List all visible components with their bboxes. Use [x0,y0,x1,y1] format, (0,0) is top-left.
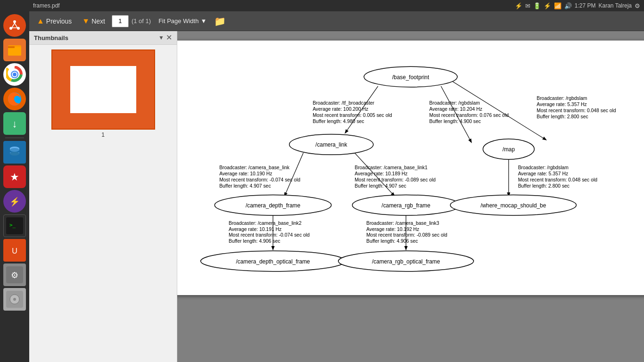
diagram-svg: /base_footprint Broadcaster: /tf_broadca… [182,50,639,286]
page-count: (1 of 1) [132,17,151,25]
window-title: frames.pdf [33,2,511,9]
svg-text:Broadcaster: /camera_base_link: Broadcaster: /camera_base_link [219,165,290,170]
sidebar: Thumbnails ▼ ✕ 1 [29,31,177,362]
svg-text:Average rate: 10.204 Hz: Average rate: 10.204 Hz [429,107,482,112]
bluetooth-icon: ⚡ [544,2,551,9]
svg-text:Most recent transform: -0.074 : Most recent transform: -0.074 sec old [219,177,300,182]
previous-button[interactable]: ▲ Previous [33,15,75,27]
svg-text:Buffer length: 4.980 sec: Buffer length: 4.980 sec [313,119,364,124]
svg-text:Average rate: 5.357 Hz: Average rate: 5.357 Hz [537,102,587,107]
svg-text:/camera_rgb_optical_frame: /camera_rgb_optical_frame [372,258,440,265]
clock: 1:27 PM [575,2,596,9]
svg-text:>_: >_ [9,222,16,228]
system-tray: ⚡ ✉ 🔋 ⚡ 📶 🔊 1:27 PM Karan Talreja ⚙ [515,2,640,9]
wifi-icon: 📶 [554,2,561,9]
pdf-viewer[interactable]: /base_footprint Broadcaster: /tf_broadca… [177,31,644,362]
sidebar-controls: ▼ ✕ [158,34,172,41]
settings-icon[interactable]: ⚙ [635,2,640,9]
dock-separator [5,138,24,138]
svg-text:U: U [12,247,17,255]
pdf-page: /base_footprint Broadcaster: /tf_broadca… [177,41,644,295]
svg-line-54 [285,153,304,196]
thumbnail-preview [70,66,136,113]
next-button[interactable]: ▼ Next [78,15,109,27]
svg-text:/map: /map [503,146,515,153]
downloader-icon[interactable]: ↓ [3,112,26,135]
ubuntu-icon[interactable] [3,14,26,37]
svg-text:Broadcaster: /rgbdslam: Broadcaster: /rgbdslam [518,165,569,170]
fit-label: Fit Page Width [158,17,198,25]
svg-text:Broadcaster: /camera_base_link: Broadcaster: /camera_base_link3 [366,221,439,226]
firefox-icon[interactable] [3,88,26,110]
svg-text:Most recent transform: -0.074 : Most recent transform: -0.074 sec old [229,232,310,238]
cdrom-icon[interactable] [3,288,26,311]
svg-text:★: ★ [10,171,19,183]
svg-point-10 [13,73,17,76]
svg-point-17 [10,148,19,152]
toolbar: ▲ Previous ▼ Next (1 of 1) Fit Page Widt… [29,11,644,31]
svg-text:Most recent transform: -0.089 : Most recent transform: -0.089 sec old [355,177,436,182]
sidebar-dropdown-icon[interactable]: ▼ [158,34,164,41]
page-thumbnail[interactable] [51,49,155,130]
application-dock: ↓ ★ ⚡ >_ U [0,11,29,362]
svg-text:Average rate: 100.200 Hz: Average rate: 100.200 Hz [313,107,368,112]
svg-text:Most recent transform: 0.048 s: Most recent transform: 0.048 sec old [537,108,616,113]
svg-text:Buffer length: 4.900 sec: Buffer length: 4.900 sec [429,119,481,124]
svg-text:Buffer length: 4.906 sec: Buffer length: 4.906 sec [366,239,418,244]
thumbnail-area: 1 [29,45,177,143]
email-icon: ✉ [525,2,530,9]
svg-text:/camera_link: /camera_link [315,141,347,148]
lightning-icon: ⚡ [515,2,522,9]
ubuntu-software-icon[interactable]: U [3,239,26,262]
svg-text:/camera_depth_optical_frame: /camera_depth_optical_frame [236,258,310,265]
svg-text:Most recent transform: 0.005 s: Most recent transform: 0.005 sec old [313,113,392,118]
next-arrow-icon: ▼ [82,17,90,25]
svg-rect-6 [8,46,15,48]
svg-text:Broadcaster: /tf_broadcaster: Broadcaster: /tf_broadcaster [313,100,374,106]
files-icon[interactable] [3,39,26,61]
red-app-icon[interactable]: ★ [3,165,26,188]
svg-text:Average rate: 10.191 Hz: Average rate: 10.191 Hz [229,227,281,232]
svg-text:Most recent transform: 0.076 s: Most recent transform: 0.076 sec old [429,113,509,118]
svg-text:Most recent transform: -0.089 : Most recent transform: -0.089 sec old [366,232,447,238]
purple-app-icon[interactable]: ⚡ [3,190,26,213]
svg-text:Buffer length: 4.907 sec: Buffer length: 4.907 sec [219,183,271,189]
svg-text:Broadcaster: /rgbdslam: Broadcaster: /rgbdslam [429,100,480,106]
dropdown-arrow-icon: ▼ [200,17,206,25]
page-number-input[interactable] [112,15,129,27]
svg-point-19 [10,152,19,156]
svg-text:Broadcaster: /rgbdslam: Broadcaster: /rgbdslam [537,96,587,101]
svg-text:Buffer length: 4.907 sec: Buffer length: 4.907 sec [355,183,406,189]
system-tools-icon[interactable]: ⚙ [3,263,26,286]
svg-text:Buffer length: 2.800 sec: Buffer length: 2.800 sec [537,114,588,119]
terminal-icon[interactable]: >_ [3,214,26,237]
svg-rect-5 [8,47,21,56]
svg-text:Broadcaster: /camera_base_link: Broadcaster: /camera_base_link2 [229,221,302,226]
svg-text:Buffer length: 2.800 sec: Buffer length: 2.800 sec [518,183,570,189]
chrome-icon[interactable] [3,63,26,86]
fit-page-button[interactable]: Fit Page Width ▼ [154,16,211,26]
svg-text:Broadcaster: /camera_base_link: Broadcaster: /camera_base_link1 [355,165,428,170]
battery-icon: 🔋 [533,2,541,9]
svg-text:⚡: ⚡ [9,197,20,207]
svg-text:Average rate: 10.189 Hz: Average rate: 10.189 Hz [355,171,407,176]
sidebar-title: Thumbnails [34,34,68,41]
svg-text:Buffer length: 4.906 sec: Buffer length: 4.906 sec [229,239,280,244]
svg-text:/camera_rgb_frame: /camera_rgb_frame [381,202,430,209]
sidebar-close-button[interactable]: ✕ [166,34,172,41]
svg-text:Average rate: 10.190 Hz: Average rate: 10.190 Hz [219,171,272,176]
thumbnail-label: 1 [101,132,105,138]
sidebar-header: Thumbnails ▼ ✕ [29,31,177,45]
folder-icon[interactable]: 📁 [214,16,226,27]
svg-text:/base_footprint: /base_footprint [392,74,429,81]
previous-arrow-icon: ▲ [37,17,44,25]
svg-text:/camera_depth_frame: /camera_depth_frame [246,202,300,209]
system-bar: frames.pdf ⚡ ✉ 🔋 ⚡ 📶 🔊 1:27 PM Karan Tal… [0,0,644,11]
username: Karan Talreja [599,2,632,9]
svg-text:/where_mocap_should_be: /where_mocap_should_be [480,202,546,209]
svg-text:Average rate: 10.192 Hz: Average rate: 10.192 Hz [366,227,419,232]
svg-point-32 [13,298,16,301]
db-icon[interactable] [3,141,26,164]
thumbnail-container: 1 [51,49,155,138]
volume-icon: 🔊 [564,2,572,9]
